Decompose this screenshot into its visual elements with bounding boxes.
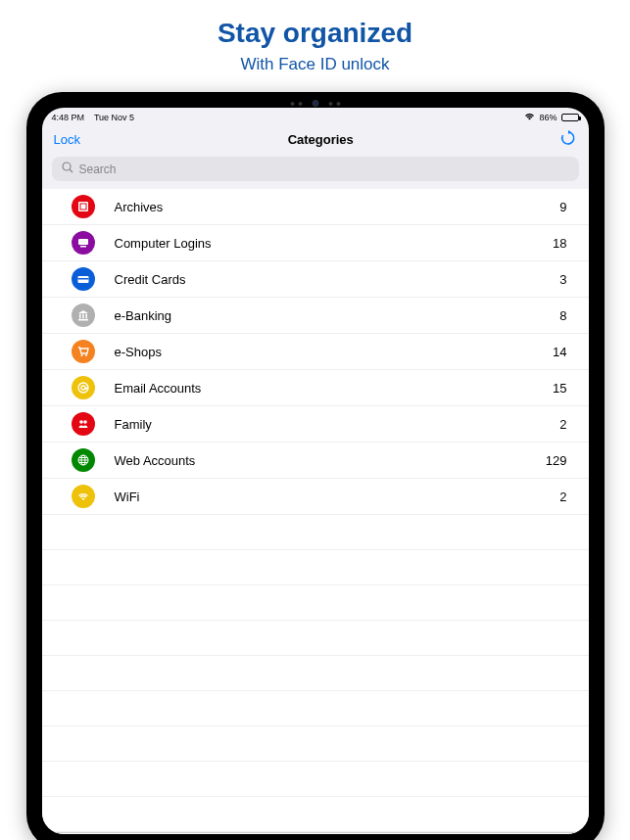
category-count: 15: [553, 381, 566, 396]
svg-rect-5: [80, 246, 86, 248]
at-icon: [72, 376, 95, 399]
search-icon: [62, 162, 73, 176]
category-label: e-Shops: [115, 345, 554, 359]
status-left: 4:48 PM Tue Nov 5: [52, 113, 135, 122]
list-item[interactable]: Computer Logins18: [42, 225, 589, 261]
cart-icon: [72, 340, 95, 363]
tab-bar: Categories Category Editor Settings: [42, 832, 589, 834]
list-item[interactable]: Family2: [42, 406, 589, 443]
svg-point-16: [79, 420, 83, 424]
svg-rect-4: [78, 239, 88, 245]
empty-row: [42, 762, 589, 797]
search-input[interactable]: Search: [52, 157, 579, 181]
list-item[interactable]: e-Banking8: [42, 298, 589, 334]
screen: 4:48 PM Tue Nov 5 86% Lock Categories: [42, 108, 589, 834]
category-count: 129: [546, 453, 567, 468]
svg-rect-10: [85, 314, 87, 319]
list-item[interactable]: Email Accounts15: [42, 370, 589, 406]
category-count: 2: [559, 490, 566, 504]
empty-row: [42, 621, 589, 656]
category-label: Archives: [115, 200, 560, 214]
status-time: 4:48 PM: [52, 113, 85, 122]
svg-point-13: [85, 354, 87, 356]
promo-subtitle: With Face ID unlock: [240, 55, 389, 74]
computer-icon: [72, 231, 95, 255]
category-label: Computer Logins: [115, 236, 554, 251]
category-count: 2: [559, 417, 566, 432]
empty-row: [42, 585, 589, 621]
category-count: 14: [553, 345, 566, 359]
category-label: Email Accounts: [115, 381, 554, 396]
list-item[interactable]: e-Shops14: [42, 334, 589, 370]
globe-icon: [72, 448, 95, 472]
bank-icon: [72, 303, 95, 327]
category-count: 3: [559, 272, 566, 287]
svg-point-12: [80, 354, 82, 356]
promo-title: Stay organized: [218, 18, 412, 49]
svg-point-0: [63, 163, 71, 170]
category-list[interactable]: Archives9Computer Logins18Credit Cards3e…: [42, 189, 589, 832]
empty-row: [42, 656, 589, 691]
status-date: Tue Nov 5: [94, 113, 134, 122]
camera-notch: [290, 100, 340, 107]
svg-rect-11: [78, 319, 88, 321]
list-item[interactable]: Credit Cards3: [42, 261, 589, 298]
category-count: 18: [553, 236, 566, 251]
category-label: Family: [115, 417, 560, 432]
category-count: 9: [559, 200, 566, 214]
empty-row: [42, 515, 589, 550]
category-label: Web Accounts: [115, 453, 546, 468]
category-label: WiFi: [115, 490, 560, 504]
nav-bar: Lock Categories: [42, 124, 589, 155]
empty-row: [42, 691, 589, 726]
lock-button[interactable]: Lock: [54, 132, 80, 147]
list-item[interactable]: WiFi2: [42, 479, 589, 515]
refresh-button[interactable]: [560, 130, 576, 149]
battery-icon: [561, 114, 579, 121]
wifi-icon: [72, 485, 95, 508]
battery-pct: 86%: [539, 113, 557, 122]
empty-row: [42, 726, 589, 762]
family-icon: [72, 412, 95, 436]
svg-line-1: [70, 169, 73, 172]
category-label: e-Banking: [115, 308, 560, 323]
status-right: 86%: [524, 112, 578, 122]
card-icon: [72, 267, 95, 291]
list-item[interactable]: Archives9: [42, 189, 589, 225]
svg-rect-7: [77, 278, 88, 280]
category-label: Credit Cards: [115, 272, 560, 287]
empty-row: [42, 550, 589, 585]
svg-rect-8: [79, 314, 81, 319]
search-placeholder: Search: [79, 163, 117, 176]
empty-row: [42, 797, 589, 832]
status-bar: 4:48 PM Tue Nov 5 86%: [42, 108, 589, 124]
page-title: Categories: [288, 132, 354, 147]
device-frame: 4:48 PM Tue Nov 5 86% Lock Categories: [26, 92, 605, 840]
svg-point-17: [83, 420, 87, 424]
category-count: 8: [559, 308, 566, 323]
svg-rect-9: [82, 314, 84, 319]
refresh-icon: [560, 130, 576, 146]
list-item[interactable]: Web Accounts129: [42, 443, 589, 479]
box-icon: [72, 195, 95, 218]
wifi-icon: [524, 112, 535, 122]
